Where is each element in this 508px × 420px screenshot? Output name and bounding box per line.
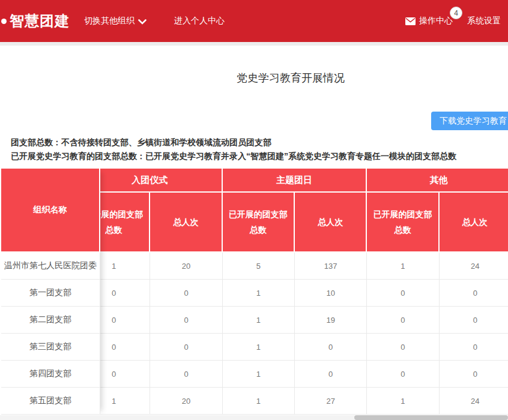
top-navbar: 智慧团建 切换其他组织 进入个人中心 操作中心 [0, 0, 508, 42]
value-cell: 0 [367, 307, 439, 334]
value-cell: 0 [295, 361, 367, 388]
main-content: 党史学习教育开展情况 下载党史学习教育 团支部总数：不含待接转团支部、乡镇街道和… [0, 46, 508, 420]
sticky-org-column: 组织名称 温州市第七人民医院团委 第一团支部 第二团支部 第三团支部 第四团支部… [1, 169, 100, 415]
table-row: 1 20 1 27 1 24 [78, 388, 508, 415]
group-header-row: 入团仪式 主题团日 其他 [78, 169, 508, 193]
nav-switch-org[interactable]: 切换其他组织 [84, 16, 147, 26]
table-row: 0 0 1 0 0 0 [78, 361, 508, 388]
value-cell: 0 [440, 280, 508, 307]
sub-header-row: 已开展的团支部总数 总人次 已开展的团支部总数 总人次 已开展的团支部总数 总人… [78, 193, 508, 253]
nav-switch-org-label: 切换其他组织 [84, 16, 135, 26]
value-cell: 1 [223, 334, 295, 361]
value-cell: 20 [150, 388, 222, 415]
notification-badge: 4 [450, 7, 462, 19]
note-line-2: 已开展党史学习教育的团支部总数：已开展党史学习教育并录入“智慧团建”系统党史学习… [11, 151, 456, 162]
value-cell: 1 [223, 280, 295, 307]
navbar-right: 操作中心 4 系统设置 [405, 16, 501, 26]
sub-header-participants: 总人次 [440, 193, 508, 253]
value-cell: 0 [367, 334, 439, 361]
org-cell: 第五团支部 [1, 388, 100, 415]
table-row: 1 20 5 137 1 24 [78, 253, 508, 280]
value-cell: 10 [295, 280, 367, 307]
sub-header-branches: 已开展的团支部总数 [223, 193, 295, 253]
value-cell: 27 [295, 388, 367, 415]
value-cell: 5 [223, 253, 295, 280]
value-cell: 0 [150, 334, 222, 361]
navbar-links: 切换其他组织 进入个人中心 [84, 16, 225, 26]
value-cell: 0 [440, 361, 508, 388]
chevron-down-icon [138, 19, 147, 25]
download-button[interactable]: 下载党史学习教育 [431, 112, 508, 130]
table-row: 0 0 1 19 0 0 [78, 307, 508, 334]
value-cell: 0 [367, 280, 439, 307]
value-cell: 0 [295, 334, 367, 361]
scrollbar-thumb[interactable] [354, 415, 508, 420]
note-line-1: 团支部总数：不含待接转团支部、乡镇街道和学校领域流动团员团支部 [11, 137, 271, 148]
org-cell: 第一团支部 [1, 280, 100, 307]
sub-header-participants: 总人次 [295, 193, 367, 253]
mail-icon [405, 17, 416, 25]
value-cell: 0 [150, 280, 222, 307]
value-cell: 1 [223, 307, 295, 334]
brand-dot-icon [1, 19, 7, 24]
org-cell: 第二团支部 [1, 307, 100, 334]
nav-operation-center[interactable]: 操作中心 4 [405, 16, 453, 26]
org-cell: 第四团支部 [1, 361, 100, 388]
nav-personal-center-label: 进入个人中心 [174, 16, 225, 26]
value-cell: 1 [223, 388, 295, 415]
value-cell: 0 [150, 361, 222, 388]
sub-header-branches: 已开展的团支部总数 [367, 193, 439, 253]
value-cell: 24 [440, 253, 508, 280]
report-table: 入团仪式 主题团日 其他 已开展的团支部总数 总人次 已开展的团支部总数 总人次… [1, 169, 508, 415]
value-cell: 137 [295, 253, 367, 280]
value-cell: 0 [440, 307, 508, 334]
nav-personal-center[interactable]: 进入个人中心 [174, 16, 225, 26]
group-header-other: 其他 [367, 169, 508, 193]
value-cell: 0 [150, 307, 222, 334]
org-header-cell: 组织名称 [1, 169, 100, 253]
brand-title: 智慧团建 [10, 11, 70, 31]
value-cell: 1 [223, 361, 295, 388]
nav-operation-center-label: 操作中心 [419, 16, 453, 26]
value-cell: 24 [440, 388, 508, 415]
value-cell: 1 [367, 388, 439, 415]
value-cell: 19 [295, 307, 367, 334]
value-cell: 1 [367, 253, 439, 280]
value-cell: 0 [367, 361, 439, 388]
table-row: 0 0 1 10 0 0 [78, 280, 508, 307]
sub-header-participants: 总人次 [150, 193, 222, 253]
report-table-scroll-area[interactable]: 入团仪式 主题团日 其他 已开展的团支部总数 总人次 已开展的团支部总数 总人次… [78, 169, 508, 415]
nav-system-settings-label: 系统设置 [467, 16, 501, 26]
value-cell: 0 [440, 334, 508, 361]
app-screen: 智慧团建 切换其他组织 进入个人中心 操作中心 [0, 0, 508, 420]
org-cell: 第三团支部 [1, 334, 100, 361]
nav-system-settings[interactable]: 系统设置 [467, 16, 501, 26]
page-title: 党史学习教育开展情况 [0, 71, 508, 85]
group-header-theme-day: 主题团日 [223, 169, 367, 193]
value-cell: 20 [150, 253, 222, 280]
org-cell: 温州市第七人民医院团委 [1, 253, 100, 280]
brand-logo[interactable]: 智慧团建 [7, 11, 70, 31]
horizontal-scrollbar[interactable] [0, 415, 508, 420]
table-row: 0 0 1 0 0 0 [78, 334, 508, 361]
